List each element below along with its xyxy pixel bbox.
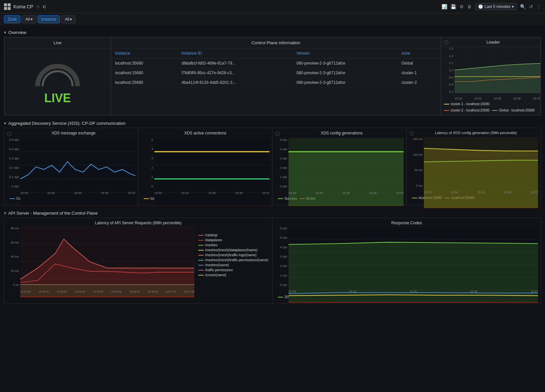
live-panel-title: Live <box>5 38 110 48</box>
col-instance-id: Instance ID <box>178 48 292 59</box>
live-status-text: LIVE <box>44 91 71 105</box>
save-icon[interactable]: 💾 <box>451 4 456 9</box>
api-section-header[interactable]: ▾ API Server - Management of the Control… <box>4 209 541 218</box>
response-y-labels: 6 cps5 cps4 cps3 cps2 cps1 cps0 cps <box>275 227 288 287</box>
time-picker-label: Last 5 minutes <box>484 4 510 9</box>
leader-info-icon[interactable]: i <box>444 40 449 45</box>
header-left: Kuma CP ☆ ⑆ <box>4 3 46 10</box>
chevron-down-icon: ▾ <box>512 4 514 9</box>
monitor-icon[interactable]: 🖥 <box>467 4 472 9</box>
instance-all-dropdown[interactable]: All ▾ <box>61 15 76 23</box>
xds-lat-svg <box>424 137 538 208</box>
xds-conn-chart: 543210 15:3315:3415:3515:3615:37 <box>141 138 270 195</box>
xds-cfg-y-labels: 5 ops4 ops3 ops2 ops1 ops0 ops <box>275 138 288 188</box>
api-lat-y-labels: 80 ms60 ms40 ms20 ms0 ns <box>7 227 20 287</box>
app-title: Kuma CP <box>13 4 33 9</box>
zoom-out-icon[interactable]: 🔍 <box>520 4 526 9</box>
xds-grid: i XDS message exchange 0.5 ops0.4 ops0.3… <box>4 128 541 205</box>
xds-lat-y-labels: 150 ms100 ms50 ms0 ms <box>409 137 424 187</box>
table-row: localhost:35680d8dafbcf-fd02-469e-81a7-7… <box>111 59 441 68</box>
instance-button[interactable]: Instance <box>38 15 60 23</box>
xds-cfg-title: XDS config generations <box>280 131 404 135</box>
xds-cfg-info-icon[interactable]: i <box>275 131 280 136</box>
xds-msg-svg <box>20 138 135 206</box>
clock-icon: 🕐 <box>478 4 483 9</box>
cp-info-panel: Control Plane information Instance Insta… <box>111 37 441 115</box>
xds-chevron-icon: ▾ <box>4 121 6 126</box>
more-icon[interactable]: ⋮ <box>536 4 541 9</box>
xds-conn-svg <box>154 138 270 206</box>
zone-chevron-icon: ▾ <box>31 17 33 22</box>
response-codes-title: Response Codes <box>275 221 538 225</box>
overview-chevron-icon: ▾ <box>4 30 6 35</box>
xds-cfg-x-labels: 15:3315:3415:3515:3615:37 <box>288 191 404 195</box>
app-header: Kuma CP ☆ ⑆ 📊 💾 ⚙ 🖥 🕐 Last 5 minutes ▾ 🔍… <box>0 0 545 13</box>
svg-marker-35 <box>424 160 538 208</box>
overview-grid: Live LIVE Control Plane information <box>4 37 541 115</box>
api-latency-legend: /catalog/ /dataplanes /meshes /meshes/{m… <box>196 227 270 293</box>
instance-all-label: All <box>65 17 69 22</box>
speedometer-svg <box>31 58 84 88</box>
api-latency-chart: 80 ms60 ms40 ms20 ms0 ns <box>7 227 194 293</box>
api-chevron-icon: ▾ <box>4 211 6 216</box>
xds-cfg-chart: 5 ops4 ops3 ops2 ops1 ops0 ops 15 <box>275 138 404 195</box>
xds-conn-title: XDS active connections <box>141 131 270 135</box>
svg-marker-26 <box>288 152 404 206</box>
xds-lat-chart: 150 ms100 ms50 ms0 ms 15:3315:341 <box>409 137 538 194</box>
app-icon <box>4 3 11 10</box>
leader-panel-title: Leader <box>449 40 538 45</box>
share-icon[interactable]: ⑆ <box>43 4 46 9</box>
svg-marker-53 <box>288 242 538 302</box>
xds-conn-y-labels: 543210 <box>141 138 154 188</box>
xds-config-gen-panel: i XDS config generations 5 ops4 ops3 ops… <box>272 128 407 205</box>
col-instance: Instance <box>111 48 178 59</box>
leader-panel: i Leader 1.31.21.11.00.90.80.7 <box>441 37 541 115</box>
xds-msg-y-labels: 0.5 ops0.4 ops0.3 ops0.2 ops0.1 ops0 ops <box>7 138 20 188</box>
overview-section-header[interactable]: ▾ Overview <box>4 28 541 37</box>
xds-message-panel: i XDS message exchange 0.5 ops0.4 ops0.3… <box>4 128 138 205</box>
xds-latency-panel: i Latency of XDS config generation (99th… <box>407 128 541 205</box>
header-icons: 📊 💾 ⚙ 🖥 🕐 Last 5 minutes ▾ 🔍 ↺ ⋮ <box>442 3 541 10</box>
svg-rect-9 <box>154 138 270 206</box>
graph-icon[interactable]: 📊 <box>442 4 447 9</box>
live-panel: Live LIVE <box>4 37 111 115</box>
xds-cfg-svg <box>288 138 404 206</box>
instance-chevron-icon: ▾ <box>70 17 72 22</box>
leader-legend: cluster-1 - localhost:15680 cluster-2 - … <box>441 100 540 114</box>
xds-conn-x-labels: 15:3315:3415:3515:3615:37 <box>154 191 270 195</box>
cp-table: Instance Instance ID Version zone localh… <box>111 48 441 88</box>
api-latency-chart-row: 80 ms60 ms40 ms20 ms0 ns <box>7 227 270 293</box>
xds-msg-info-icon[interactable]: i <box>7 131 12 136</box>
zone-button[interactable]: Zone <box>4 15 20 23</box>
xds-section-header[interactable]: ▾ Aggregated Discovery Service (XDS): CP… <box>4 119 541 128</box>
zone-all-dropdown[interactable]: All ▾ <box>22 15 36 23</box>
table-row: localhost:256804ba4114f-8133-4dd5-8201-3… <box>111 78 441 88</box>
leader-chart-area: 1.31.21.11.00.90.80.7 <box>441 47 540 100</box>
api-latency-panel: Latency of API Server Requests (99th per… <box>4 218 272 303</box>
api-lat-x-labels: 15:33:0015:33:3015:34:0015:34:3015:35:00… <box>20 290 194 293</box>
response-chart: 6 cps5 cps4 cps3 cps2 cps1 cps0 cps <box>275 227 538 293</box>
live-panel-content: LIVE <box>5 48 110 115</box>
settings-icon[interactable]: ⚙ <box>459 4 464 9</box>
svg-rect-2 <box>20 138 135 206</box>
leader-y-labels: 1.31.21.11.00.90.80.7 <box>441 47 454 94</box>
cp-panel-title: Control Plane information <box>111 38 441 48</box>
leader-x-labels: 15:3315:3415:3515:3615:37 <box>454 97 540 100</box>
xds-msg-chart: 0.5 ops0.4 ops0.3 ops0.2 ops0.1 ops0 ops… <box>7 138 135 195</box>
api-section-label: API Server - Management of the Control P… <box>8 211 98 216</box>
table-row: localhost:15680f7b80ff4-95cc-427e-9428-c… <box>111 68 441 78</box>
xds-lat-info-icon[interactable]: i <box>409 131 414 136</box>
api-lat-svg <box>20 227 194 297</box>
response-codes-panel: Response Codes 6 cps5 cps4 cps3 cps2 cps… <box>272 218 541 303</box>
api-grid: Latency of API Server Requests (99th per… <box>4 218 541 304</box>
xds-msg-x-labels: 15:3315:3415:3515:3615:37 <box>20 191 135 195</box>
col-version: Version <box>292 48 398 59</box>
leader-chart-svg <box>454 47 540 93</box>
star-icon[interactable]: ☆ <box>36 4 40 9</box>
overview-section-label: Overview <box>8 30 26 35</box>
time-picker[interactable]: 🕐 Last 5 minutes ▾ <box>475 3 517 10</box>
api-latency-title: Latency of API Server Requests (99th per… <box>7 221 270 225</box>
refresh-icon[interactable]: ↺ <box>529 4 533 9</box>
response-x-labels: 15:3315:3415:3515:3615:37 <box>288 290 538 293</box>
xds-connections-panel: XDS active connections 543210 <box>138 128 272 205</box>
